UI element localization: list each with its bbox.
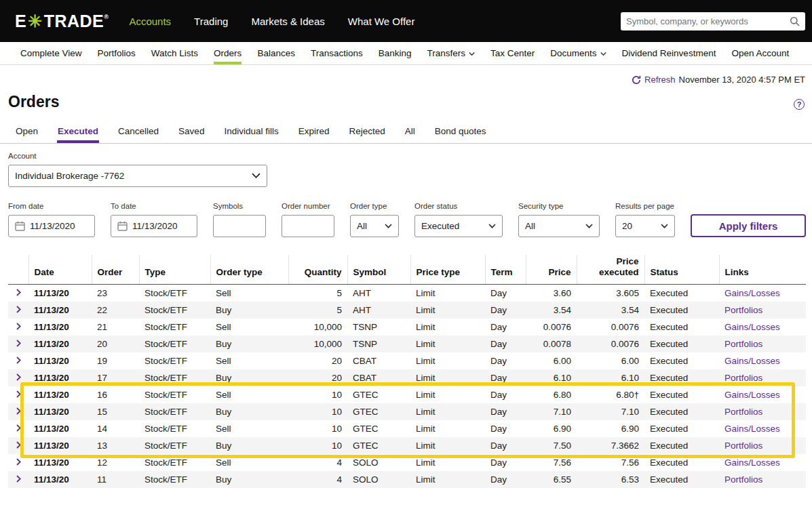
filter-label: From date xyxy=(8,202,95,210)
column-header-quantity: Quantity xyxy=(288,255,347,285)
help-icon[interactable]: ? xyxy=(794,99,805,110)
subnav-item-banking[interactable]: Banking xyxy=(379,42,412,64)
subnav-item-watch-lists[interactable]: Watch Lists xyxy=(151,42,198,64)
cell-order_type: Sell xyxy=(210,352,288,369)
column-header-links: Links xyxy=(719,255,806,285)
link-gains-losses[interactable]: Gains/Losses xyxy=(724,288,780,298)
cell-price: 3.54 xyxy=(526,302,577,319)
chevron-right-icon[interactable] xyxy=(16,407,21,415)
chevron-right-icon[interactable] xyxy=(16,390,21,398)
column-header-expand xyxy=(8,255,28,285)
filter-value: Executed xyxy=(421,221,459,231)
order-type-select[interactable]: All xyxy=(350,215,399,237)
chevron-right-icon[interactable] xyxy=(16,306,21,313)
from-date-input[interactable]: 11/13/2020 xyxy=(8,215,95,237)
cell-price: 0.0076 xyxy=(526,319,577,335)
cell-date: 11/13/20 xyxy=(28,369,92,386)
tab-executed[interactable]: Executed xyxy=(57,123,99,143)
cell-type: Stock/ETF xyxy=(139,285,210,302)
cell-price: 6.55 xyxy=(526,471,577,488)
cell-expand xyxy=(8,403,28,420)
order-row-19: 11/13/2019Stock/ETFSell20CBATLimitDay6.0… xyxy=(8,352,806,369)
link-portfolios[interactable]: Portfolios xyxy=(724,373,762,383)
security-type-select[interactable]: All xyxy=(518,215,600,237)
search-icon[interactable] xyxy=(790,16,800,26)
tab-open[interactable]: Open xyxy=(15,123,39,143)
cell-status: Executed xyxy=(644,369,719,386)
cell-order: 20 xyxy=(92,335,139,352)
link-gains-losses[interactable]: Gains/Losses xyxy=(724,457,780,468)
refresh-button[interactable]: Refresh xyxy=(632,75,676,85)
chevron-right-icon[interactable] xyxy=(16,373,21,381)
order-number-input[interactable] xyxy=(282,215,334,237)
subnav-item-tax-center[interactable]: Tax Center xyxy=(490,42,535,64)
subnav-item-orders[interactable]: Orders xyxy=(214,42,241,64)
filter-label: To date xyxy=(111,202,197,210)
cell-date: 11/13/20 xyxy=(28,302,92,319)
subnav-item-open-account[interactable]: Open Account xyxy=(731,42,789,64)
topnav-item-what-we-offer[interactable]: What We Offer xyxy=(348,16,415,27)
chevron-right-icon[interactable] xyxy=(16,475,21,483)
link-portfolios[interactable]: Portfolios xyxy=(724,407,762,417)
chevron-right-icon[interactable] xyxy=(16,441,21,449)
tab-individual-fills[interactable]: Individual fills xyxy=(223,123,279,143)
orders-tabs: OpenExecutedCancelledSavedIndividual fil… xyxy=(0,123,812,144)
link-gains-losses[interactable]: Gains/Losses xyxy=(724,424,780,434)
cell-price_type: Limit xyxy=(410,386,485,403)
tab-cancelled[interactable]: Cancelled xyxy=(117,123,159,143)
chevron-right-icon[interactable] xyxy=(16,458,21,466)
etrade-logo[interactable]: E ✳ TRADE ® xyxy=(15,12,109,31)
cell-status: Executed xyxy=(644,302,719,319)
link-portfolios[interactable]: Portfolios xyxy=(724,474,762,485)
subnav-item-transfers[interactable]: Transfers xyxy=(427,42,476,64)
chevron-right-icon[interactable] xyxy=(16,340,21,347)
filter-label: Symbols xyxy=(213,202,266,210)
link-portfolios[interactable]: Portfolios xyxy=(724,339,762,349)
subnav-item-balances[interactable]: Balances xyxy=(257,42,295,64)
to-date-input[interactable]: 11/13/2020 xyxy=(111,215,197,237)
cell-price_type: Limit xyxy=(410,319,485,335)
chevron-right-icon[interactable] xyxy=(16,424,21,432)
cell-date: 11/13/20 xyxy=(28,386,92,403)
cell-price: 7.50 xyxy=(526,437,577,454)
cell-order_type: Sell xyxy=(210,285,288,302)
cell-price: 6.00 xyxy=(526,352,577,369)
link-portfolios[interactable]: Portfolios xyxy=(724,305,762,315)
filter-value: 11/13/2020 xyxy=(132,221,178,231)
topnav-item-accounts[interactable]: Accounts xyxy=(129,16,171,27)
search-input[interactable] xyxy=(626,16,790,26)
tab-bond-quotes[interactable]: Bond quotes xyxy=(434,123,487,143)
link-gains-losses[interactable]: Gains/Losses xyxy=(724,390,780,400)
cell-order_type: Sell xyxy=(210,454,288,471)
cell-quantity: 20 xyxy=(288,352,347,369)
chevron-down-icon xyxy=(469,52,475,56)
cell-order: 22 xyxy=(92,302,139,319)
order-status-select[interactable]: Executed xyxy=(414,215,503,237)
chevron-right-icon[interactable] xyxy=(16,323,21,330)
subnav-item-dividend-reinvestment[interactable]: Dividend Reinvestment xyxy=(622,42,716,64)
subnav-item-transactions[interactable]: Transactions xyxy=(311,42,363,64)
results-per-page-select[interactable]: 20 xyxy=(615,215,675,237)
cell-order_type: Sell xyxy=(210,386,288,403)
topnav-item-markets-ideas[interactable]: Markets & Ideas xyxy=(251,16,324,27)
subnav-item-complete-view[interactable]: Complete View xyxy=(20,42,82,64)
apply-filters-button[interactable]: Apply filters xyxy=(691,214,806,237)
tab-all[interactable]: All xyxy=(404,123,416,143)
subnav-item-documents[interactable]: Documents xyxy=(550,42,606,64)
link-portfolios[interactable]: Portfolios xyxy=(724,441,762,451)
link-gains-losses[interactable]: Gains/Losses xyxy=(724,322,780,332)
account-select[interactable]: Individual Brokerage -7762 xyxy=(8,165,267,187)
tab-saved[interactable]: Saved xyxy=(178,123,205,143)
tab-rejected[interactable]: Rejected xyxy=(348,123,385,143)
cell-links: Gains/Losses xyxy=(719,420,806,437)
chevron-right-icon[interactable] xyxy=(16,289,21,296)
topnav-item-trading[interactable]: Trading xyxy=(194,16,228,27)
link-gains-losses[interactable]: Gains/Losses xyxy=(724,356,780,366)
subnav-item-portfolios[interactable]: Portfolios xyxy=(98,42,136,64)
chevron-right-icon[interactable] xyxy=(16,357,21,364)
tab-expired[interactable]: Expired xyxy=(298,123,330,143)
cell-expand xyxy=(8,386,28,403)
symbols-input[interactable] xyxy=(213,215,266,237)
cell-price: 6.10 xyxy=(526,369,577,386)
cell-order: 15 xyxy=(92,403,139,420)
